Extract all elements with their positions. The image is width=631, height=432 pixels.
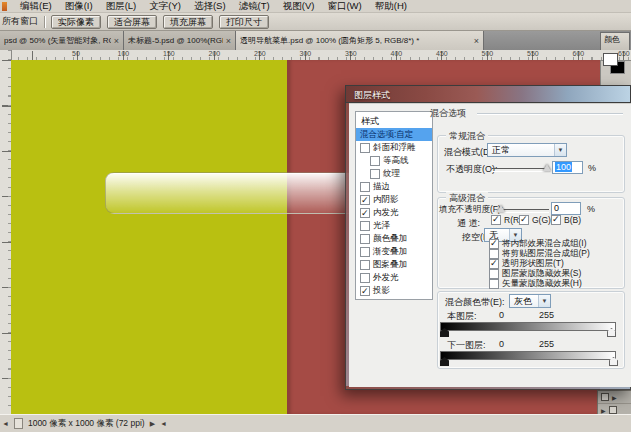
foreground-color-swatch[interactable] (603, 53, 618, 66)
document-tab-strip: psd @ 50% (矢量智能对象, RGB/8*)×未标题-5.psd @ 1… (0, 31, 600, 50)
folder-icon (609, 406, 617, 414)
ruler-number: 100 (118, 50, 130, 57)
style-checkbox[interactable] (370, 156, 380, 166)
rounded-rectangle-shape[interactable] (105, 172, 375, 214)
channel-r: R(R) (491, 215, 522, 225)
document-tab-2[interactable]: 透明导航菜单.psd @ 100% (圆角矩形 5, RGB/8*) *× (236, 31, 484, 50)
style-item-1[interactable]: 斜面和浮雕 (356, 141, 432, 154)
channel-checkbox[interactable] (519, 215, 529, 225)
document-tab-0[interactable]: psd @ 50% (矢量智能对象, RGB/8*)× (0, 31, 124, 50)
ruler-number: 300 (300, 50, 312, 57)
style-checkbox[interactable] (360, 286, 370, 296)
style-checkbox[interactable] (360, 260, 370, 270)
ruler-number: 150 (163, 50, 175, 57)
ruler-number: 450 (436, 50, 448, 57)
style-checkbox[interactable] (360, 247, 370, 257)
menu-item-6[interactable]: 视图(V) (283, 0, 315, 13)
zoom-all-windows-label[interactable]: 所有窗口 (2, 15, 38, 28)
document-tab-label: 透明导航菜单.psd @ 100% (圆角矩形 5, RGB/8*) * (240, 35, 471, 46)
menu-item-8[interactable]: 帮助(H) (375, 0, 407, 13)
this-layer-gradient-bar[interactable] (440, 322, 616, 331)
dropdown-arrow-icon: ▼ (554, 144, 566, 156)
channel-checkbox[interactable] (491, 215, 501, 225)
menu-item-1[interactable]: 图像(I) (65, 0, 93, 13)
layer-thumb-icon (601, 393, 609, 401)
ruler-number: 400 (391, 50, 403, 57)
document-tab-1[interactable]: 未标题-5.psd @ 100%(RGB/8*)× (124, 31, 236, 50)
menu-item-5[interactable]: 滤镜(T) (239, 0, 270, 13)
menu-item-4[interactable]: 选择(S) (194, 0, 226, 13)
underlying-shadow-slider[interactable] (440, 357, 449, 366)
this-layer-highlight-slider[interactable] (607, 328, 616, 337)
style-item-11[interactable]: 外发光 (356, 271, 432, 284)
style-item-6[interactable]: 内发光 (356, 206, 432, 219)
underlying-low: 0 (499, 339, 504, 349)
tab-color-panel[interactable]: 颜色 (600, 32, 630, 50)
style-item-10[interactable]: 图案叠加 (356, 258, 432, 271)
style-item-label: 内发光 (373, 206, 399, 219)
style-item-3[interactable]: 纹理 (356, 167, 432, 180)
ruler-number: 200 (209, 50, 221, 57)
style-checkbox[interactable] (360, 273, 370, 283)
underlying-layer-gradient-bar[interactable] (440, 351, 616, 360)
advanced-checkbox[interactable] (489, 279, 499, 289)
options-button-3[interactable]: 打印尺寸 (219, 15, 269, 29)
layer-style-dialog: 图层样式 样式 混合选项:自定斜面和浮雕等高线纹理描边内阴影内发光光泽颜色叠加渐… (345, 85, 631, 390)
menu-item-7[interactable]: 窗口(W) (327, 0, 361, 13)
document-tab-label: 未标题-5.psd @ 100%(RGB/8*) (128, 35, 223, 46)
style-checkbox[interactable] (360, 221, 370, 231)
triangle-right-icon: ▶ (601, 407, 606, 414)
style-item-8[interactable]: 颜色叠加 (356, 232, 432, 245)
menu-item-2[interactable]: 图层(L) (106, 0, 137, 13)
style-item-2[interactable]: 等高线 (356, 154, 432, 167)
options-button-2[interactable]: 填充屏幕 (163, 15, 213, 29)
opacity-slider[interactable] (492, 168, 549, 172)
blend-if-dropdown[interactable]: 灰色 ▼ (509, 294, 551, 308)
channel-checkbox[interactable] (551, 215, 561, 225)
style-checkbox[interactable] (360, 195, 370, 205)
style-item-12[interactable]: 投影 (356, 284, 432, 297)
close-icon[interactable]: × (226, 36, 231, 46)
opacity-label: 不透明度(O): (446, 163, 498, 176)
style-item-label: 投影 (373, 284, 390, 297)
fill-opacity-slider-thumb[interactable] (497, 205, 505, 212)
options-button-1[interactable]: 适合屏幕 (107, 15, 157, 29)
this-layer-shadow-slider[interactable] (440, 328, 449, 337)
fill-opacity-slider[interactable] (499, 209, 549, 213)
menu-item-3[interactable]: 文字(Y) (149, 0, 181, 13)
styles-list: 样式 混合选项:自定斜面和浮雕等高线纹理描边内阴影内发光光泽颜色叠加渐变叠加图案… (355, 111, 433, 300)
style-item-4[interactable]: 描边 (356, 180, 432, 193)
canvas-green-area[interactable] (11, 60, 287, 414)
scroll-left-icon-2[interactable]: ◄ (160, 420, 167, 427)
ruler-number: 250 (254, 50, 266, 57)
opacity-slider-thumb[interactable] (543, 164, 551, 171)
style-item-label: 颜色叠加 (373, 232, 407, 245)
advanced-check-4: 矢量蒙版隐藏效果(H) (489, 278, 582, 290)
blend-mode-dropdown[interactable]: 正常 ▼ (487, 143, 567, 157)
style-checkbox[interactable] (360, 234, 370, 244)
style-checkbox[interactable] (360, 208, 370, 218)
status-menu-arrow-icon[interactable]: ▶ (150, 420, 155, 428)
options-button-0[interactable]: 实际像素 (51, 15, 101, 29)
close-icon[interactable]: × (474, 36, 479, 46)
channels-label: 通 道: (457, 217, 480, 230)
style-checkbox[interactable] (360, 143, 370, 153)
dialog-title-bar[interactable]: 图层样式 (345, 85, 631, 103)
style-item-label: 斜面和浮雕 (373, 141, 416, 154)
channel-label: B(B) (564, 215, 581, 225)
style-item-0[interactable]: 混合选项:自定 (356, 128, 432, 141)
channel-label: G(G) (532, 215, 551, 225)
status-thumb-icon (14, 418, 23, 429)
scroll-left-icon[interactable]: ◄ (2, 420, 9, 427)
opacity-value-field[interactable]: 100 (552, 161, 583, 174)
style-checkbox[interactable] (370, 169, 380, 179)
style-item-9[interactable]: 渐变叠加 (356, 245, 432, 258)
close-icon[interactable]: × (114, 36, 119, 46)
ruler-number: 600 (573, 50, 585, 57)
style-item-7[interactable]: 光泽 (356, 219, 432, 232)
style-item-5[interactable]: 内阴影 (356, 193, 432, 206)
style-checkbox[interactable] (360, 182, 370, 192)
menu-item-0[interactable]: 编辑(E) (20, 0, 52, 13)
fill-opacity-value: 0 (554, 203, 559, 213)
triangle-right-icon: ▶ (612, 394, 617, 401)
